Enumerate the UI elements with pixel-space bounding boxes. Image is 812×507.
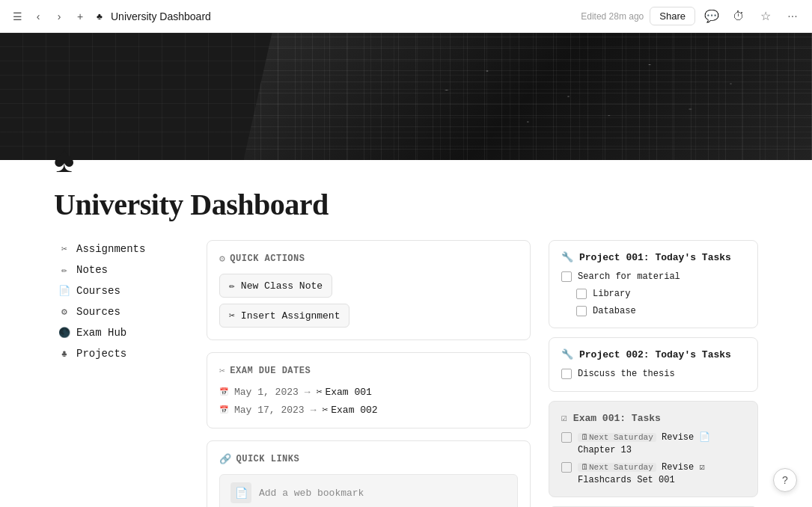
checkbox-database[interactable]	[576, 306, 587, 316]
sidebar-item-notes-label: Notes	[76, 264, 108, 276]
exam-2-link-label: Exam 002	[331, 405, 377, 416]
top-bar-title: University Dashboard	[111, 10, 211, 22]
exam-2-date: May 17, 2023	[234, 405, 305, 416]
task-search-material-text: Search for material	[578, 271, 680, 283]
action-buttons: ✏ New Class Note ✂ Insert Assignment	[219, 274, 518, 328]
insert-assignment-label: Insert Assignment	[241, 310, 341, 322]
sidebar-item-courses[interactable]: 📄 Courses	[54, 282, 189, 300]
sidebar-item-sources[interactable]: ⚙ Sources	[54, 303, 189, 321]
help-button[interactable]: ?	[773, 468, 797, 492]
sidebar-item-projects-label: Projects	[76, 348, 126, 360]
exam-due-dates-title: EXAM DUE DATES	[230, 366, 311, 376]
page-icon: ♠	[54, 139, 758, 178]
sidebar-item-projects[interactable]: ♣ Projects	[54, 345, 189, 363]
task-date-tag-2: 🗓Next Saturday	[578, 463, 656, 472]
exam-entry-1: 📅 May 1, 2023 → ✂ Exam 001	[219, 386, 518, 398]
add-page-icon[interactable]: +	[72, 8, 88, 25]
courses-icon: 📄	[58, 285, 70, 297]
task-revise-flashcards-text: 🗓Next Saturday Revise ☑ Flashcards Set 0…	[578, 461, 745, 487]
quick-actions-header: ⚙ QUICK ACTIONS	[219, 253, 518, 265]
right-column: 🔧 Project 001: Today's Tasks Search for …	[549, 240, 758, 507]
exam-1-link-icon: ✂	[317, 386, 323, 398]
exam-entry-2: 📅 May 17, 2023 → ✂ Exam 002	[219, 404, 518, 416]
exam-2-link[interactable]: ✂ Exam 002	[322, 404, 377, 416]
top-bar-right: Edited 28m ago Share 💬 ⏱ ☆ ···	[581, 6, 803, 27]
exam-1-link[interactable]: ✂ Exam 001	[317, 386, 372, 398]
exam-001-tasks-header: ☑ Exam 001: Tasks	[561, 412, 745, 424]
forward-icon[interactable]: ›	[51, 8, 67, 25]
clock-icon[interactable]: ⏱	[728, 6, 749, 27]
task-revise-flashcards: 🗓Next Saturday Revise ☑ Flashcards Set 0…	[561, 461, 745, 487]
project-002-title: Project 002: Today's Tasks	[579, 349, 731, 360]
bookmark-1-label: Add a web bookmark	[259, 488, 364, 499]
exam-due-dates-header: ✂ EXAM DUE DATES	[219, 365, 518, 377]
task-revise-chapter-text: 🗓Next Saturday Revise 📄 Chapter 13	[578, 431, 745, 457]
assignments-icon: ✂	[58, 243, 70, 255]
comments-icon[interactable]: 💬	[701, 6, 722, 27]
page-title: University Dashboard	[54, 187, 758, 222]
bookmark-1-icon: 📄	[231, 482, 251, 503]
checkbox-discuss-thesis[interactable]	[561, 369, 572, 379]
task-revise-chapter: 🗓Next Saturday Revise 📄 Chapter 13	[561, 431, 745, 457]
quick-links-card: 🔗 QUICK LINKS 📄 Add a web bookmark 📄 Add…	[207, 440, 531, 507]
main-layout: ✂ Assignments ✏ Notes 📄 Courses ⚙ Source…	[54, 240, 758, 507]
sidebar-item-notes[interactable]: ✏ Notes	[54, 261, 189, 279]
exam-1-arrow: →	[305, 387, 311, 398]
more-icon[interactable]: ···	[782, 6, 803, 27]
quick-links-header: 🔗 QUICK LINKS	[219, 453, 518, 465]
sidebar-item-assignments[interactable]: ✂ Assignments	[54, 240, 189, 258]
sidebar-toggle-icon[interactable]: ☰	[9, 8, 25, 25]
task-database: Database	[561, 305, 745, 318]
project-002-card: 🔧 Project 002: Today's Tasks Discuss the…	[549, 337, 758, 392]
notes-icon: ✏	[58, 264, 70, 276]
project-002-header: 🔧 Project 002: Today's Tasks	[561, 348, 745, 360]
exam-2-arrow: →	[311, 405, 317, 416]
task-database-text: Database	[593, 305, 636, 318]
task-search-material: Search for material	[561, 271, 745, 283]
checkbox-revise-chapter[interactable]	[561, 432, 572, 443]
help-label: ?	[782, 474, 788, 486]
project-001-title: Project 001: Today's Tasks	[579, 252, 731, 263]
quick-links-icon: 🔗	[219, 453, 232, 465]
new-class-note-label: New Class Note	[241, 280, 323, 292]
sidebar-item-courses-label: Courses	[76, 285, 120, 297]
quick-links-title: QUICK LINKS	[236, 454, 300, 464]
exam-hub-icon: 🌑	[58, 327, 70, 339]
share-button[interactable]: Share	[650, 7, 695, 25]
sidebar-nav: ✂ Assignments ✏ Notes 📄 Courses ⚙ Source…	[54, 240, 189, 363]
exam-2-link-icon: ✂	[322, 404, 328, 416]
page-content: ♠ University Dashboard ✂ Assignments ✏ N…	[0, 139, 812, 507]
star-icon[interactable]: ☆	[755, 6, 776, 27]
new-class-note-button[interactable]: ✏ New Class Note	[219, 274, 332, 298]
top-bar-left: ☰ ‹ › + ♣ University Dashboard	[9, 8, 211, 25]
sidebar-item-sources-label: Sources	[76, 306, 120, 318]
sidebar-item-exam-hub[interactable]: 🌑 Exam Hub	[54, 324, 189, 342]
sources-icon: ⚙	[58, 306, 70, 318]
project-001-header: 🔧 Project 001: Today's Tasks	[561, 251, 745, 263]
exam-1-link-label: Exam 001	[325, 387, 371, 398]
quick-actions-icon: ⚙	[219, 253, 225, 265]
new-class-note-icon: ✏	[229, 280, 235, 292]
sidebar-item-assignments-label: Assignments	[76, 243, 145, 255]
checkbox-library[interactable]	[576, 289, 587, 299]
checkbox-revise-flashcards[interactable]	[561, 462, 572, 473]
back-icon[interactable]: ‹	[30, 8, 46, 25]
quick-actions-title: QUICK ACTIONS	[230, 254, 305, 264]
center-column: ⚙ QUICK ACTIONS ✏ New Class Note ✂ Inser…	[207, 240, 531, 507]
sidebar-item-exam-hub-label: Exam Hub	[76, 327, 126, 339]
edited-meta: Edited 28m ago	[581, 11, 644, 22]
exam-1-date: May 1, 2023	[234, 387, 299, 398]
top-bar: ☰ ‹ › + ♣ University Dashboard Edited 28…	[0, 0, 812, 33]
page-icon-small: ♣	[93, 10, 106, 23]
checkbox-search-material[interactable]	[561, 271, 572, 282]
bookmark-1[interactable]: 📄 Add a web bookmark	[219, 474, 518, 507]
exam-due-dates-icon: ✂	[219, 365, 225, 377]
task-discuss-thesis: Discuss the thesis	[561, 368, 745, 381]
project-001-header-icon: 🔧	[561, 251, 573, 263]
task-date-tag-1: 🗓Next Saturday	[578, 433, 656, 442]
exam-001-tasks-title: Exam 001: Tasks	[573, 413, 661, 424]
insert-assignment-button[interactable]: ✂ Insert Assignment	[219, 304, 349, 328]
exam-due-dates-card: ✂ EXAM DUE DATES 📅 May 1, 2023 → ✂ Exam …	[207, 352, 531, 428]
quick-actions-card: ⚙ QUICK ACTIONS ✏ New Class Note ✂ Inser…	[207, 240, 531, 340]
exam-001-tasks-icon: ☑	[561, 412, 567, 424]
